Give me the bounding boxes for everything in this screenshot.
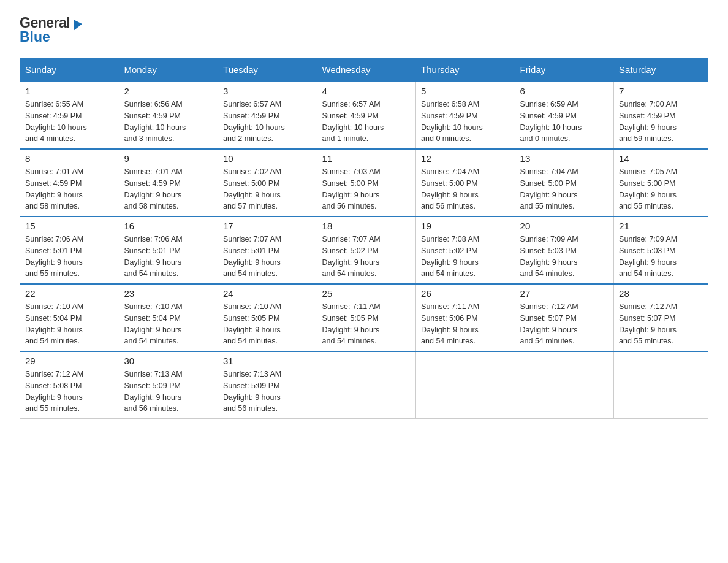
day-number: 10: [223, 153, 312, 164]
logo-triangle-icon: [71, 17, 85, 31]
calendar-cell: [614, 351, 708, 419]
day-info: Sunrise: 7:04 AM Sunset: 5:00 PM Dayligh…: [520, 166, 609, 212]
calendar-cell: 17Sunrise: 7:07 AM Sunset: 5:01 PM Dayli…: [218, 216, 317, 284]
day-number: 11: [322, 153, 411, 164]
calendar-cell: 28Sunrise: 7:12 AM Sunset: 5:07 PM Dayli…: [614, 284, 708, 351]
day-info: Sunrise: 7:09 AM Sunset: 5:03 PM Dayligh…: [619, 234, 703, 280]
day-number: 8: [25, 153, 114, 164]
calendar-cell: 18Sunrise: 7:07 AM Sunset: 5:02 PM Dayli…: [317, 216, 416, 284]
calendar-cell: 20Sunrise: 7:09 AM Sunset: 5:03 PM Dayli…: [515, 216, 614, 284]
day-number: 24: [223, 288, 312, 299]
calendar-cell: 31Sunrise: 7:13 AM Sunset: 5:09 PM Dayli…: [218, 351, 317, 419]
calendar-cell: 30Sunrise: 7:13 AM Sunset: 5:09 PM Dayli…: [119, 351, 218, 419]
calendar-cell: 23Sunrise: 7:10 AM Sunset: 5:04 PM Dayli…: [119, 284, 218, 351]
day-info: Sunrise: 7:03 AM Sunset: 5:00 PM Dayligh…: [322, 166, 411, 212]
calendar-week-row: 29Sunrise: 7:12 AM Sunset: 5:08 PM Dayli…: [20, 351, 708, 419]
day-number: 17: [223, 221, 312, 231]
calendar-cell: 27Sunrise: 7:12 AM Sunset: 5:07 PM Dayli…: [515, 284, 614, 351]
calendar-cell: 13Sunrise: 7:04 AM Sunset: 5:00 PM Dayli…: [515, 149, 614, 216]
day-info: Sunrise: 7:01 AM Sunset: 4:59 PM Dayligh…: [124, 166, 213, 212]
calendar-cell: 1Sunrise: 6:55 AM Sunset: 4:59 PM Daylig…: [20, 82, 119, 149]
calendar-cell: 8Sunrise: 7:01 AM Sunset: 4:59 PM Daylig…: [20, 149, 119, 216]
day-number: 19: [421, 221, 510, 231]
day-info: Sunrise: 7:11 AM Sunset: 5:06 PM Dayligh…: [421, 301, 510, 347]
day-info: Sunrise: 7:06 AM Sunset: 5:01 PM Dayligh…: [25, 234, 114, 280]
day-info: Sunrise: 7:04 AM Sunset: 5:00 PM Dayligh…: [421, 166, 510, 212]
day-number: 22: [25, 288, 114, 299]
calendar-cell: 10Sunrise: 7:02 AM Sunset: 5:00 PM Dayli…: [218, 149, 317, 216]
day-info: Sunrise: 7:00 AM Sunset: 4:59 PM Dayligh…: [619, 99, 703, 145]
day-number: 29: [25, 356, 114, 366]
day-info: Sunrise: 7:12 AM Sunset: 5:07 PM Dayligh…: [520, 301, 609, 347]
day-number: 20: [520, 221, 609, 231]
day-info: Sunrise: 7:05 AM Sunset: 5:00 PM Dayligh…: [619, 166, 703, 212]
day-number: 15: [25, 221, 114, 231]
day-number: 6: [520, 86, 609, 96]
calendar-cell: 3Sunrise: 6:57 AM Sunset: 4:59 PM Daylig…: [218, 82, 317, 149]
calendar-cell: 19Sunrise: 7:08 AM Sunset: 5:02 PM Dayli…: [416, 216, 515, 284]
day-info: Sunrise: 7:12 AM Sunset: 5:08 PM Dayligh…: [25, 369, 114, 415]
day-number: 21: [619, 221, 703, 231]
calendar-cell: 24Sunrise: 7:10 AM Sunset: 5:05 PM Dayli…: [218, 284, 317, 351]
calendar-table: SundayMondayTuesdayWednesdayThursdayFrid…: [20, 58, 708, 419]
logo-blue-text: Blue: [20, 29, 50, 45]
calendar-cell: 25Sunrise: 7:11 AM Sunset: 5:05 PM Dayli…: [317, 284, 416, 351]
day-number: 31: [223, 356, 312, 366]
day-info: Sunrise: 7:11 AM Sunset: 5:05 PM Dayligh…: [322, 301, 411, 347]
calendar-cell: 2Sunrise: 6:56 AM Sunset: 4:59 PM Daylig…: [119, 82, 218, 149]
calendar-cell: 11Sunrise: 7:03 AM Sunset: 5:00 PM Dayli…: [317, 149, 416, 216]
day-number: 5: [421, 86, 510, 96]
calendar-cell: 12Sunrise: 7:04 AM Sunset: 5:00 PM Dayli…: [416, 149, 515, 216]
day-info: Sunrise: 7:10 AM Sunset: 5:04 PM Dayligh…: [25, 301, 114, 347]
calendar-week-row: 22Sunrise: 7:10 AM Sunset: 5:04 PM Dayli…: [20, 284, 708, 351]
calendar-day-header: Thursday: [416, 58, 515, 82]
day-info: Sunrise: 7:08 AM Sunset: 5:02 PM Dayligh…: [421, 234, 510, 280]
day-number: 14: [619, 153, 703, 164]
day-info: Sunrise: 7:07 AM Sunset: 5:01 PM Dayligh…: [223, 234, 312, 280]
calendar-week-row: 1Sunrise: 6:55 AM Sunset: 4:59 PM Daylig…: [20, 82, 708, 149]
calendar-cell: 4Sunrise: 6:57 AM Sunset: 4:59 PM Daylig…: [317, 82, 416, 149]
day-info: Sunrise: 6:55 AM Sunset: 4:59 PM Dayligh…: [25, 99, 114, 145]
day-info: Sunrise: 7:06 AM Sunset: 5:01 PM Dayligh…: [124, 234, 213, 280]
calendar-day-header: Friday: [515, 58, 614, 82]
calendar-cell: 21Sunrise: 7:09 AM Sunset: 5:03 PM Dayli…: [614, 216, 708, 284]
day-info: Sunrise: 6:57 AM Sunset: 4:59 PM Dayligh…: [322, 99, 411, 145]
logo: General Blue: [20, 15, 85, 45]
calendar-header-row: SundayMondayTuesdayWednesdayThursdayFrid…: [20, 58, 708, 82]
day-number: 25: [322, 288, 411, 299]
day-info: Sunrise: 7:12 AM Sunset: 5:07 PM Dayligh…: [619, 301, 703, 347]
day-number: 26: [421, 288, 510, 299]
calendar-cell: [317, 351, 416, 419]
day-number: 2: [124, 86, 213, 96]
day-info: Sunrise: 6:59 AM Sunset: 4:59 PM Dayligh…: [520, 99, 609, 145]
day-number: 7: [619, 86, 703, 96]
calendar-cell: 6Sunrise: 6:59 AM Sunset: 4:59 PM Daylig…: [515, 82, 614, 149]
day-info: Sunrise: 7:09 AM Sunset: 5:03 PM Dayligh…: [520, 234, 609, 280]
calendar-cell: 7Sunrise: 7:00 AM Sunset: 4:59 PM Daylig…: [614, 82, 708, 149]
day-number: 27: [520, 288, 609, 299]
day-info: Sunrise: 6:58 AM Sunset: 4:59 PM Dayligh…: [421, 99, 510, 145]
calendar-cell: [416, 351, 515, 419]
day-number: 12: [421, 153, 510, 164]
day-info: Sunrise: 7:13 AM Sunset: 5:09 PM Dayligh…: [124, 369, 213, 415]
calendar-day-header: Monday: [119, 58, 218, 82]
svg-marker-0: [74, 20, 82, 31]
day-info: Sunrise: 6:56 AM Sunset: 4:59 PM Dayligh…: [124, 99, 213, 145]
calendar-cell: 29Sunrise: 7:12 AM Sunset: 5:08 PM Dayli…: [20, 351, 119, 419]
day-number: 23: [124, 288, 213, 299]
day-info: Sunrise: 7:13 AM Sunset: 5:09 PM Dayligh…: [223, 369, 312, 415]
day-info: Sunrise: 7:02 AM Sunset: 5:00 PM Dayligh…: [223, 166, 312, 212]
calendar-cell: 22Sunrise: 7:10 AM Sunset: 5:04 PM Dayli…: [20, 284, 119, 351]
calendar-cell: 16Sunrise: 7:06 AM Sunset: 5:01 PM Dayli…: [119, 216, 218, 284]
page-header: General Blue: [20, 15, 708, 45]
day-number: 18: [322, 221, 411, 231]
calendar-week-row: 8Sunrise: 7:01 AM Sunset: 4:59 PM Daylig…: [20, 149, 708, 216]
day-number: 16: [124, 221, 213, 231]
calendar-cell: 9Sunrise: 7:01 AM Sunset: 4:59 PM Daylig…: [119, 149, 218, 216]
calendar-cell: 26Sunrise: 7:11 AM Sunset: 5:06 PM Dayli…: [416, 284, 515, 351]
day-number: 9: [124, 153, 213, 164]
calendar-cell: [515, 351, 614, 419]
day-info: Sunrise: 7:10 AM Sunset: 5:05 PM Dayligh…: [223, 301, 312, 347]
day-number: 1: [25, 86, 114, 96]
day-number: 3: [223, 86, 312, 96]
